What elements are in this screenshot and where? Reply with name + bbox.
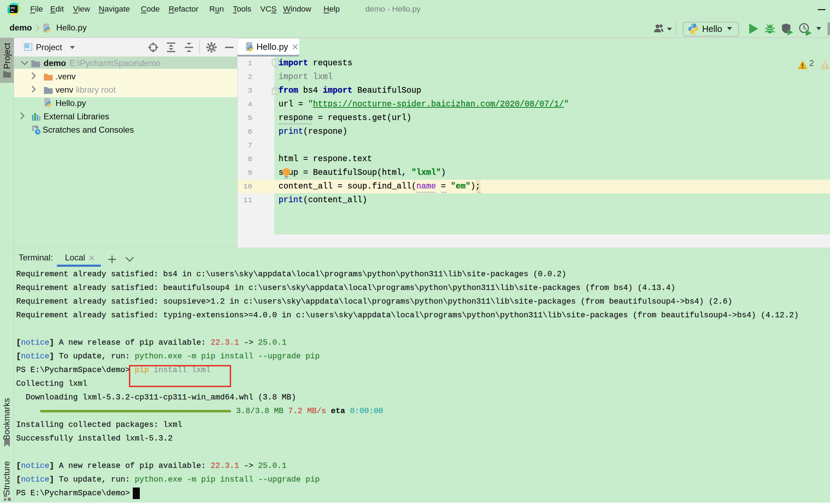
svg-text:PC: PC	[11, 6, 15, 10]
